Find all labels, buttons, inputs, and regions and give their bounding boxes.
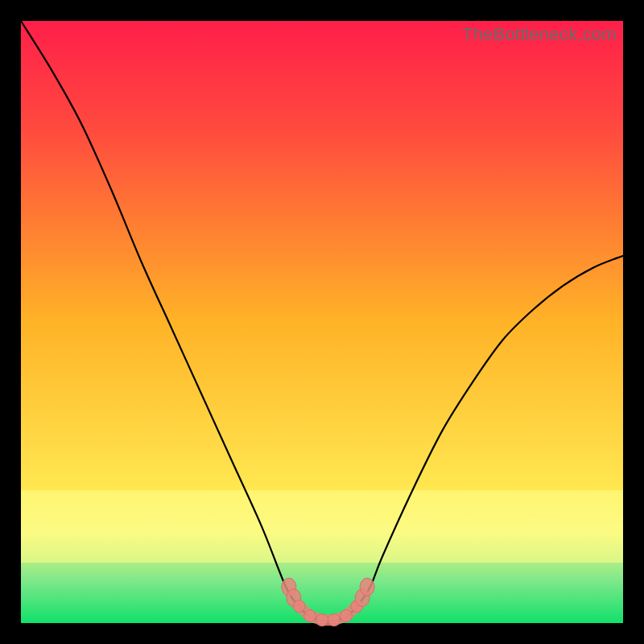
chart-frame: TheBottleneck.com (0, 0, 644, 644)
curve-marker (328, 614, 340, 626)
chart-plot-area: TheBottleneck.com (21, 21, 623, 623)
curve-markers (282, 578, 374, 626)
curve-marker (360, 578, 374, 596)
bottleneck-curve (21, 21, 623, 621)
chart-svg (21, 21, 623, 623)
curve-marker (293, 601, 305, 613)
curve-marker (340, 610, 352, 622)
curve-marker (316, 614, 328, 626)
curve-marker (304, 610, 316, 622)
